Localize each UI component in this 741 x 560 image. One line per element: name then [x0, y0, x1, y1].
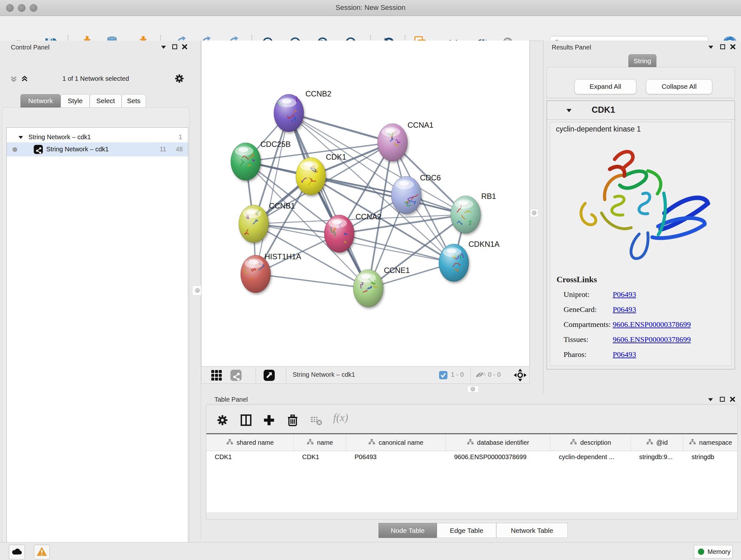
column-header-namespace[interactable]: namespace: [683, 434, 737, 451]
results-actions-box: Expand All Collapse All: [547, 67, 735, 98]
tab-network[interactable]: Network: [20, 94, 61, 108]
delete-table-icon[interactable]: [310, 414, 322, 426]
horizontal-splitter-handle[interactable]: [467, 386, 479, 392]
tab-style[interactable]: Style: [61, 94, 90, 108]
graph-node-CCNA2[interactable]: [324, 215, 354, 253]
tab-network-table[interactable]: Network Table: [496, 523, 568, 538]
collapse-all-button[interactable]: Collapse All: [646, 79, 712, 94]
protein-structure-image: [565, 145, 712, 272]
selected-counts: 1 - 0: [451, 371, 464, 378]
gene-entry-header[interactable]: CDK1: [547, 101, 735, 120]
control-panel-menu-icon[interactable]: [161, 45, 168, 52]
cloud-button[interactable]: [9, 545, 25, 559]
table-panel-menu-icon[interactable]: [708, 397, 715, 404]
results-panel: Results Panel String Expand All Collapse…: [543, 41, 741, 393]
memory-label: Memory: [708, 548, 731, 556]
column-header--id[interactable]: @id: [631, 434, 683, 451]
results-panel-close-icon[interactable]: [730, 44, 737, 51]
column-header-canonical-name[interactable]: canonical name: [346, 434, 446, 451]
graph-node-CDKN1A[interactable]: [439, 244, 469, 282]
network-status-dot: [12, 147, 17, 152]
column-header-database-identifier[interactable]: database identifier: [446, 434, 550, 451]
grid-view-icon[interactable]: [211, 369, 222, 381]
table-cell[interactable]: P06493: [354, 453, 443, 461]
collection-label: String Network – cdk1: [28, 133, 91, 141]
table-gear-icon[interactable]: [216, 414, 228, 426]
column-header-description[interactable]: description: [550, 434, 631, 451]
crosslink-link[interactable]: P06493: [613, 350, 636, 359]
tab-edge-table[interactable]: Edge Table: [437, 523, 496, 538]
table-cell[interactable]: CDK1: [302, 453, 344, 461]
entry-expander-icon[interactable]: [566, 108, 572, 114]
graph-node-CCNA1[interactable]: [378, 124, 408, 161]
hidden-eye-icon[interactable]: [475, 370, 485, 381]
move-crosshair-icon[interactable]: [514, 368, 527, 382]
function-builder-icon[interactable]: f(x): [333, 412, 362, 424]
status-bar: Memory: [0, 542, 741, 560]
column-header-shared-name[interactable]: shared name: [206, 434, 294, 451]
right-splitter-handle[interactable]: [530, 209, 538, 217]
control-panel-close-icon[interactable]: [182, 44, 189, 51]
crosslink-link[interactable]: 9606.ENSP00000378699: [613, 335, 691, 344]
graph-node-CDC25B[interactable]: [231, 143, 261, 180]
network-row-selected[interactable]: String Network – cdk1 11 48: [7, 142, 188, 157]
tab-string[interactable]: String: [628, 54, 657, 68]
crosslink-row: Uniprot: P06493: [550, 288, 731, 302]
node-label-CCNB2: CCNB2: [306, 89, 331, 98]
node-table: shared namenamecanonical namedatabase id…: [206, 433, 737, 512]
crosslink-link[interactable]: P06493: [613, 305, 636, 314]
network-badge-gray-icon[interactable]: [230, 369, 242, 381]
expand-all-button[interactable]: Expand All: [575, 79, 636, 94]
table-panel-close-icon[interactable]: [730, 396, 737, 403]
graph-node-CCNE1[interactable]: [353, 269, 383, 307]
crosslink-row: Tissues: 9606.ENSP00000378699: [550, 333, 731, 348]
node-label-CDK1: CDK1: [326, 152, 346, 161]
add-column-icon[interactable]: [263, 414, 275, 426]
network-label: String Network – cdk1: [46, 145, 109, 153]
tab-sets[interactable]: Sets: [122, 94, 146, 108]
graph-node-RB1[interactable]: [451, 196, 481, 233]
tab-node-table[interactable]: Node Table: [379, 523, 437, 538]
results-panel-float-icon[interactable]: [720, 44, 727, 51]
node-label-CCNA2: CCNA2: [355, 212, 381, 221]
graph-node-CDC6[interactable]: [391, 176, 421, 214]
show-columns-icon[interactable]: [240, 414, 252, 426]
collection-expander-icon[interactable]: [18, 135, 23, 140]
birdseye-view-icon[interactable]: [263, 369, 275, 381]
control-panel-float-icon[interactable]: [172, 44, 179, 51]
node-label-CCNA1: CCNA1: [408, 121, 433, 129]
node-label-CDC25B: CDC25B: [260, 140, 291, 148]
results-panel-menu-icon[interactable]: [708, 45, 715, 52]
graph-node-CCNB1[interactable]: [239, 205, 269, 243]
collapse-all-networks-icon[interactable]: [10, 75, 17, 82]
table-panel: Table Panel f(x) shared namenamecanonica…: [201, 393, 741, 540]
tab-select[interactable]: Select: [90, 94, 122, 108]
node-label-CCNB1: CCNB1: [269, 201, 295, 210]
table-cell[interactable]: 9606.ENSP00000378699: [454, 453, 548, 461]
network-options-gear-icon[interactable]: [174, 73, 181, 80]
memory-indicator[interactable]: Memory: [694, 545, 733, 558]
column-header-name[interactable]: name: [294, 434, 346, 451]
table-cell[interactable]: CDK1: [215, 453, 291, 461]
table-cell[interactable]: stringdb: [691, 453, 736, 461]
graph-node-CCNB2[interactable]: [274, 94, 304, 132]
expand-all-networks-icon[interactable]: [20, 75, 27, 82]
gene-entry-body: cyclin-dependent kinase 1: [550, 122, 732, 366]
gene-description: cyclin-dependent kinase 1: [556, 125, 641, 133]
network-tree: String Network – cdk1 1 String Network –…: [6, 127, 188, 560]
crosslink-link[interactable]: P06493: [613, 290, 636, 299]
table-panel-float-icon[interactable]: [719, 396, 726, 403]
warning-button[interactable]: [34, 545, 50, 559]
graph-node-CDK1[interactable]: [296, 158, 326, 195]
control-panel: Control Panel NetworkStyleSelectSets 1 o…: [0, 41, 201, 540]
collection-count: 1: [165, 133, 182, 141]
selected-checkbox-icon[interactable]: [439, 371, 448, 380]
network-node-count: 11: [150, 145, 166, 153]
network-canvas[interactable]: CCNB2CCNA1CDC25BCDK1CDC6RB1CCNB1CCNA2CDK…: [201, 41, 530, 366]
node-label-HIST1H1A: HIST1H1A: [265, 252, 301, 261]
table-cell[interactable]: cyclin-dependent ...: [559, 453, 628, 461]
crosslink-link[interactable]: 9606.ENSP00000378699: [613, 320, 691, 329]
network-view-toolbar: String Network – cdk1 1 - 0 0 - 0: [201, 366, 530, 384]
table-cell[interactable]: stringdb:9...: [639, 453, 681, 461]
delete-column-icon[interactable]: [286, 414, 299, 426]
